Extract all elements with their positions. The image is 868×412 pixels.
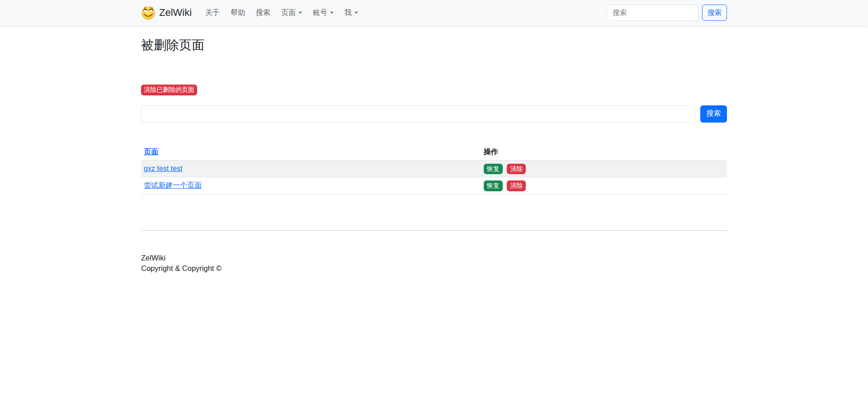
navbar-search-form: 搜索 [607,5,727,21]
sort-by-page-link[interactable]: 页面 [144,148,158,156]
footer-brand: ZelWiki [141,253,727,264]
footer-copyright: Copyright & Copyright © [141,263,727,274]
footer-divider [141,230,727,231]
page-search-form: 搜索 [141,105,727,123]
nav-item-me-dropdown[interactable]: 我 [341,5,362,21]
nav-item-about[interactable]: 关于 [202,5,223,21]
nav-item-help[interactable]: 帮助 [227,5,249,21]
nav-menu: 关于 帮助 搜索 页面 账号 我 [200,5,363,21]
actions-column-header: 操作 [481,144,727,161]
restore-button[interactable]: 恢复 [484,164,503,175]
chevron-down-icon [330,12,334,14]
nav-item-account-dropdown[interactable]: 账号 [309,5,337,21]
restore-button[interactable]: 恢复 [484,180,503,191]
navbar-search-input[interactable] [607,5,698,21]
brand-name: ZelWiki [159,7,192,19]
chevron-down-icon [354,12,358,14]
page-search-input[interactable] [141,105,695,123]
table-header-row: 页面 操作 [141,144,727,161]
page-title: 被删除页面 [141,37,727,53]
smiley-logo-icon [141,5,156,20]
navbar: ZelWiki 关于 帮助 搜索 页面 账号 我 搜索 [0,0,868,25]
footer: ZelWiki Copyright & Copyright © [141,253,727,275]
navbar-search-button[interactable]: 搜索 [702,5,727,21]
purge-button[interactable]: 清除 [507,164,526,175]
chevron-down-icon [298,12,302,14]
main-content: 被删除页面 清除已删除的页面 搜索 页面 操作 gxz test test 恢复… [136,37,732,274]
table-row: gxz test test 恢复 清除 [141,160,727,177]
page-search-button[interactable]: 搜索 [700,105,727,123]
deleted-page-link[interactable]: 尝试新建一个页面 [144,181,202,189]
deleted-pages-table: 页面 操作 gxz test test 恢复 清除 尝试新建一个页面 恢复 清除 [141,144,727,194]
brand-link[interactable]: ZelWiki [141,5,192,20]
nav-item-search[interactable]: 搜索 [252,5,274,21]
purge-button[interactable]: 清除 [507,180,526,191]
deleted-page-link[interactable]: gxz test test [144,165,182,172]
table-row: 尝试新建一个页面 恢复 清除 [141,177,727,194]
purge-all-deleted-pages-button[interactable]: 清除已删除的页面 [141,85,197,95]
nav-item-pages-dropdown[interactable]: 页面 [278,5,306,21]
